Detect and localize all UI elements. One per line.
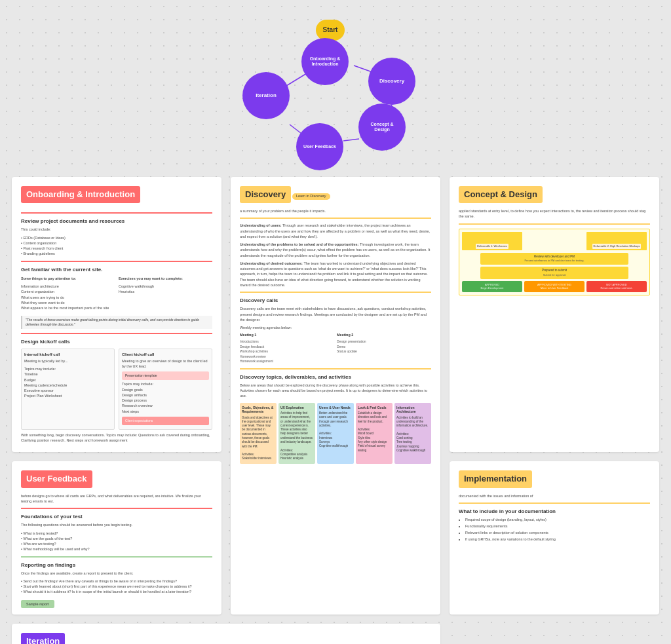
onboarding-right-title: Exercises you may want to complete: [119, 276, 212, 281]
client-kickoff-text: Meeting to give an overview of design to… [122, 358, 209, 369]
client-kickoff-box: Client kickoff call Meeting to give an o… [119, 349, 212, 430]
disco-col-users: Users & User Needs Better understand the… [317, 403, 354, 464]
internal-kickoff-title: Internal kickoff call [24, 352, 111, 357]
discovery-divider3 [240, 368, 431, 369]
implementation-divider [459, 502, 650, 504]
implementation-subtitle: documented with the issues and informati… [459, 493, 650, 499]
meeting2-col: Meeting 2 Design presentationDemoStatus … [337, 333, 431, 364]
onboarding-card: Onboarding & Introduction Review project… [12, 177, 221, 452]
concept-flow: Review with developer and PMPresent wire… [462, 253, 647, 292]
disco-col-ux: UX Exploration Activities to help find a… [278, 403, 315, 464]
implementation-card: Implementation documented with the issue… [450, 461, 659, 614]
disco-col-goals: Goals, Objectives, & Requirements Goals … [240, 403, 277, 464]
discovery-divider2 [240, 292, 431, 293]
disco-col-ia: Information Architecture Activities to b… [394, 403, 431, 464]
feedback-card-title: User Feedback [21, 470, 92, 487]
meeting1-items: IntroductionsDesign feedbackWorkshop act… [240, 339, 334, 364]
discovery-intro: a summary of your problem and the people… [240, 208, 431, 214]
discovery-section3-text: Below are areas that should be explored … [240, 383, 431, 399]
discovery-tag: Learn in Discovery [292, 193, 330, 200]
cards-section: Onboarding & Introduction Review project… [0, 170, 671, 644]
flow-userfeedback-node: User Feedback [296, 123, 343, 170]
meeting1-col: Meeting 1 IntroductionsDesign feedbackWo… [240, 333, 334, 364]
feedback-reporting-text: Once the findings are available, create … [21, 571, 212, 576]
wireframe-deliverable1: Deliverable 1: Wireframes [462, 232, 522, 250]
sample-report-button[interactable]: Sample report [21, 600, 54, 608]
flow-iteration-node: Iteration [242, 72, 290, 119]
iteration-card-title: Iteration [21, 633, 65, 644]
client-kickoff-title: Client kickoff call [122, 352, 209, 357]
internal-kickoff-box: Internal kickoff call Meeting is typical… [21, 349, 115, 430]
discovery-section3: Discovery topics, deliverables, and acti… [240, 373, 431, 381]
internal-kickoff-text: Meeting is typically led by... [24, 358, 111, 364]
implementation-section1: What to include in your documentation [459, 508, 650, 515]
discovery-divider [240, 218, 431, 219]
onboarding-content-intro: This could include: [21, 227, 212, 232]
disco-col-ia-text: Activities to build an understanding of … [396, 416, 429, 453]
discovery-card-title: Discovery [240, 186, 291, 203]
feedback-reporting-items: • Send out the findings! Are there any c… [21, 578, 212, 595]
disco-col-look-header: Look & Feel Goals [358, 406, 391, 410]
onboarding-left-col: Some things to pay attention to: Informa… [21, 276, 115, 314]
implementation-list: Required scope of design (branding, layo… [459, 517, 650, 543]
feedback-card: User Feedback before designs go to where… [12, 461, 221, 614]
not-approved-box: NOT APPROVEDReturn and refine until next… [586, 281, 647, 292]
onboarding-right-col: Exercises you may want to complete: Cogn… [119, 276, 212, 314]
flow-concept-node: Concept &Design [358, 104, 406, 151]
onboarding-kickoff-cols: Internal kickoff call Meeting is typical… [21, 349, 212, 430]
discovery-meeting-agenda-label: Weekly meeting agendas below: [240, 325, 431, 330]
approved-testing-box: APPROVED WITH TESTINGMove to User Feedba… [524, 281, 585, 292]
onboarding-right-items: Cognitive walkthroughHeuristics [119, 284, 212, 295]
meeting2-items: Design presentationDemoStatus update [337, 339, 431, 354]
disco-col-look: Look & Feel Goals Establish a design dir… [356, 403, 393, 464]
iteration-card: Iteration NOTES FROM KCI PST After the r… [12, 624, 440, 644]
onboarding-left-title: Some things to pay attention to: [21, 276, 115, 281]
onboarding-subtitle: Review project documents and resources [21, 218, 212, 225]
onboarding-divider2 [21, 261, 212, 262]
disco-col-look-text: Establish a design direction and look an… [358, 411, 391, 453]
wireframe-deliverable2: Deliverable 2: High Resolution Mockups [586, 232, 647, 250]
disco-col-goals-text: Goals and objectives at the organization… [242, 416, 275, 461]
flowchart-section: Start Onboarding &Introduction Discovery… [0, 0, 671, 170]
feedback-divider [21, 508, 212, 509]
concept-card: Concept & Design applied standards at en… [450, 177, 659, 452]
feedback-section1: Foundations of your test [21, 513, 212, 520]
onboarding-two-col: Some things to pay attention to: Informa… [21, 276, 212, 314]
svg-line-3 [343, 139, 359, 141]
feedback-questions: • What is being tested?• What are the go… [21, 531, 212, 552]
approval-row: APPROVEDBegin Development APPROVED WITH … [462, 281, 647, 292]
feedback-divider2 [21, 556, 212, 558]
discovery-bullet2: Understanding of the problems to be solv… [240, 242, 431, 258]
onboarding-section3: Design kickoff calls [21, 338, 212, 345]
client-topics: Topics may include:Design goalsDesign ar… [122, 381, 209, 414]
feedback-foundations-text: The following questions should be answer… [21, 522, 212, 527]
review-box: Review with developer and PMPresent wire… [480, 253, 628, 265]
discovery-bullet1: Understanding of users: Through user res… [240, 223, 431, 239]
flow-onboarding-node: Onboarding &Introduction [301, 38, 349, 85]
disco-col-users-text: Better understand the users and user goa… [319, 411, 352, 449]
feedback-subtitle: before designs go to where all cards are… [21, 493, 212, 504]
wireframe-grid-top: Deliverable 1: Wireframes Deliverable 2:… [462, 232, 647, 250]
prepared-box: Prepared to submitSubmit for approval [480, 267, 628, 279]
onboarding-divider [21, 212, 212, 214]
discovery-columns: Goals, Objectives, & Requirements Goals … [240, 403, 431, 464]
onboarding-section2: Get familiar with the current site. [21, 266, 212, 273]
wireframe-spacer [524, 232, 529, 250]
implementation-card-title: Implementation [459, 470, 532, 487]
internal-topics: Topics may include:TimelineBudgetMeeting… [24, 366, 111, 399]
onboarding-footer: With something long, begin discovery con… [21, 432, 212, 444]
flowchart-container: Start Onboarding &Introduction Discovery… [231, 20, 440, 164]
onboarding-list: • ERDs (Database or Ideas)• Content orga… [21, 235, 212, 257]
discovery-meeting-table: Meeting 1 IntroductionsDesign feedbackWo… [240, 333, 431, 364]
disco-col-goals-header: Goals, Objectives, & Requirements [242, 406, 275, 414]
concept-divider [459, 223, 650, 225]
meeting1-title: Meeting 1 [240, 333, 334, 338]
discovery-calls-text: Discovery calls are the team meet with s… [240, 306, 431, 322]
flow-discovery-node: Discovery [368, 58, 415, 105]
presentation-template-box: Presentation template [122, 371, 209, 380]
discovery-bullet3: Understanding of desired outcomes: The t… [240, 261, 431, 288]
disco-col-ux-text: Activities to help find areas of improve… [280, 411, 313, 461]
onboarding-card-title: Onboarding & Introduction [21, 186, 140, 203]
disco-col-ux-header: UX Exploration [280, 406, 313, 410]
client-expectations-box: Client expectations [122, 417, 209, 425]
